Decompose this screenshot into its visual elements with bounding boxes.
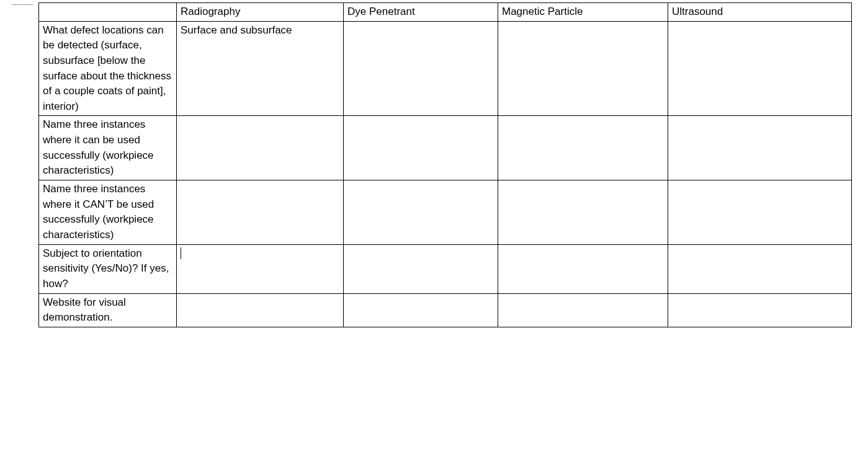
cell-ultrasound[interactable]	[668, 180, 852, 245]
table-row: Name three instances where it CAN’T be u…	[39, 180, 852, 245]
cell-radiography[interactable]: Surface and subsurface	[177, 21, 344, 116]
cell-ultrasound[interactable]	[668, 293, 852, 327]
row-label: Name three instances where it can be use…	[39, 116, 177, 180]
stray-border-fragment	[12, 4, 33, 5]
text-cursor-icon	[181, 247, 181, 259]
header-blank	[39, 3, 177, 22]
cell-radiography[interactable]	[177, 116, 344, 180]
table-row: Subject to orientation sensitivity (Yes/…	[39, 244, 852, 293]
cell-ultrasound[interactable]	[668, 116, 852, 180]
row-label: Website for visual demonstration.	[39, 293, 177, 327]
cell-radiography[interactable]	[177, 244, 344, 293]
cell-ultrasound[interactable]	[668, 21, 852, 116]
cell-radiography[interactable]	[177, 180, 344, 245]
table-row: What defect locations can be detected (s…	[39, 21, 852, 116]
row-label: What defect locations can be detected (s…	[39, 21, 177, 116]
header-magnetic-particle: Magnetic Particle	[498, 3, 668, 22]
cell-dye-penetrant[interactable]	[344, 21, 498, 116]
cell-dye-penetrant[interactable]	[344, 180, 498, 245]
cell-magnetic-particle[interactable]	[498, 116, 668, 180]
header-radiography: Radiography	[177, 3, 344, 22]
table-header-row: Radiography Dye Penetrant Magnetic Parti…	[39, 3, 852, 22]
cell-dye-penetrant[interactable]	[344, 244, 498, 293]
header-ultrasound: Ultrasound	[668, 3, 852, 22]
cell-ultrasound[interactable]	[668, 244, 852, 293]
cell-magnetic-particle[interactable]	[498, 21, 668, 116]
cell-magnetic-particle[interactable]	[498, 180, 668, 245]
cell-magnetic-particle[interactable]	[498, 293, 668, 327]
cell-radiography[interactable]	[177, 293, 344, 327]
table-row: Website for visual demonstration.	[39, 293, 852, 327]
cell-dye-penetrant[interactable]	[344, 293, 498, 327]
table-row: Name three instances where it can be use…	[39, 116, 852, 180]
row-label: Name three instances where it CAN’T be u…	[39, 180, 177, 245]
cell-dye-penetrant[interactable]	[344, 116, 498, 180]
row-label: Subject to orientation sensitivity (Yes/…	[39, 244, 177, 293]
header-dye-penetrant: Dye Penetrant	[344, 3, 498, 22]
cell-magnetic-particle[interactable]	[498, 244, 668, 293]
ndt-comparison-table: Radiography Dye Penetrant Magnetic Parti…	[38, 2, 852, 327]
